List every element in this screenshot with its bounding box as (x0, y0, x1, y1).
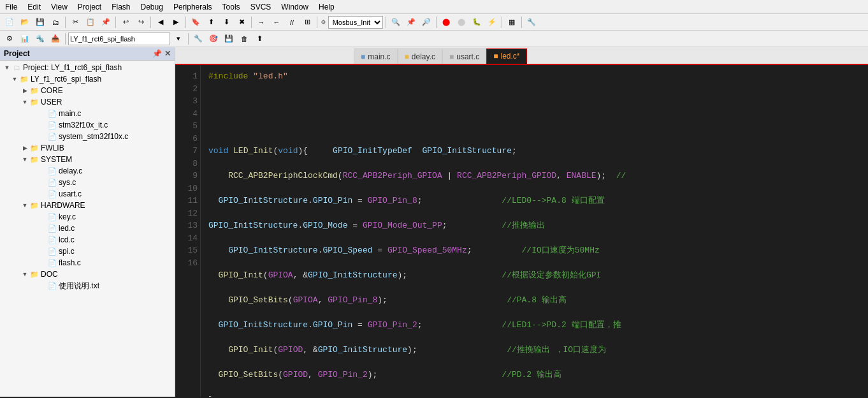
tree-item-root[interactable]: ▼ 📁 LY_f1_rct6_spi_flash (0, 73, 175, 85)
tree-item-key-c[interactable]: 📄 key.c (0, 211, 175, 223)
menu-svcs[interactable]: SVCS (245, 1, 277, 13)
root-label: LY_f1_rct6_spi_flash (31, 75, 101, 84)
menu-window[interactable]: Window (276, 1, 314, 13)
menu-debug[interactable]: Debug (136, 1, 168, 13)
undo-button[interactable]: ↩ (119, 15, 133, 29)
settings-btn[interactable]: 🔧 (524, 15, 539, 29)
outdent-btn[interactable]: ← (270, 15, 284, 29)
menu-view[interactable]: View (46, 1, 73, 13)
tree-item-stm32-c[interactable]: 📄 stm32f10x_it.c (0, 119, 175, 131)
menu-peripherals[interactable]: Peripherals (168, 1, 217, 13)
tb2-load-btn[interactable]: 📥 (48, 32, 62, 46)
editor-section: ■ main.c ■ delay.c ■ usart.c ■ led.c* 1 … (175, 47, 868, 397)
cut-button[interactable]: ✂ (68, 15, 82, 29)
expand-btn[interactable]: ⊞ (300, 15, 314, 29)
ln-15: 15 (178, 244, 198, 257)
tree-item-lcd-c[interactable]: 📄 lcd.c (0, 234, 175, 246)
tabbar: ■ main.c ■ delay.c ■ usart.c ■ led.c* (175, 47, 868, 65)
new-file-button[interactable]: 📄 (3, 15, 17, 29)
function-dropdown[interactable]: Mosbus_Init (328, 16, 383, 29)
tree-item-main-c[interactable]: 📄 main.c (0, 108, 175, 119)
tree-item-doc[interactable]: ▼ 📁 DOC (0, 269, 175, 280)
prev-bookmark-btn[interactable]: ⬆ (204, 15, 218, 29)
tb2-chip-btn[interactable]: 💾 (222, 32, 236, 46)
sidebar-pin-icon[interactable]: 📌 (152, 49, 162, 58)
sidebar-close-icon[interactable]: ✕ (164, 49, 171, 58)
tree-item-spi-c[interactable]: 📄 spi.c (0, 246, 175, 257)
tree-item-led-c[interactable]: 📄 led.c (0, 223, 175, 234)
hardware-expander[interactable]: ▼ (20, 201, 29, 210)
code-ln-2 (208, 95, 860, 108)
save-all-button[interactable]: 🗂 (48, 15, 62, 29)
tree-item-project[interactable]: ▼ 🗂 Project: LY_f1_rct6_spi_flash (0, 62, 175, 73)
toggle-comment-btn[interactable]: // (285, 15, 299, 29)
find-btn[interactable]: 🔍 (389, 15, 403, 29)
doc-expander[interactable]: ▼ (20, 270, 29, 279)
code-ln-9: GPIO_Init(GPIOA, &GPIO_InitStructure); /… (208, 269, 860, 282)
menu-edit[interactable]: Edit (22, 1, 46, 13)
tree-item-sys-c[interactable]: 📄 sys.c (0, 177, 175, 188)
nav-back-button[interactable]: ◀ (154, 15, 168, 29)
build-btn[interactable]: ⬤ (439, 15, 453, 29)
system-grp-icon: 📁 (29, 154, 40, 165)
bookmark-btn[interactable]: 🔖 (189, 15, 203, 29)
tb2-erase-btn[interactable]: 🗑 (237, 32, 251, 46)
fwlib-expander[interactable]: ▶ (20, 144, 29, 152)
user-expander[interactable]: ▼ (20, 98, 29, 107)
menu-file[interactable]: File (0, 1, 22, 13)
tab-delay-c[interactable]: ■ delay.c (398, 48, 442, 64)
fwlib-label: FWLIB (41, 144, 64, 152)
nav-fwd-button[interactable]: ▶ (169, 15, 183, 29)
system-grp-expander[interactable]: ▼ (20, 155, 29, 164)
tb2-btn3[interactable]: 🔩 (33, 32, 47, 46)
paste-button[interactable]: 📌 (99, 15, 113, 29)
menu-project[interactable]: Project (73, 1, 106, 13)
menu-tools[interactable]: Tools (217, 1, 245, 13)
code-editor[interactable]: 1 2 3 4 5 6 7 8 9 10 11 12 13 14 15 16 #… (175, 65, 868, 397)
tree-item-flash-c[interactable]: 📄 flash.c (0, 257, 175, 269)
save-button[interactable]: 💾 (33, 15, 47, 29)
tree-item-system-grp[interactable]: ▼ 📁 SYSTEM (0, 154, 175, 165)
tb2-config-btn[interactable]: 🔧 (191, 32, 205, 46)
window-btn[interactable]: ▦ (505, 15, 519, 29)
open-button[interactable]: 📂 (18, 15, 32, 29)
core-expander[interactable]: ▶ (20, 86, 29, 95)
tb2-dropdown-btn[interactable]: ▾ (171, 32, 185, 46)
flash-btn[interactable]: ⚡ (485, 15, 499, 29)
menu-help[interactable]: Help (314, 1, 340, 13)
tree-item-usart-c[interactable]: 📄 usart.c (0, 188, 175, 200)
code-content[interactable]: #include "led.h" void LED_Init(void){ GP… (201, 65, 868, 397)
tree-item-readme[interactable]: 📄 使用说明.txt (0, 280, 175, 292)
indent-btn[interactable]: → (254, 15, 268, 29)
search2-btn[interactable]: 🔎 (419, 15, 433, 29)
stm32-label: stm32f10x_it.c (59, 121, 108, 129)
project-path-input[interactable] (68, 33, 170, 45)
tree-item-user[interactable]: ▼ 📁 USER (0, 96, 175, 108)
sep1 (65, 17, 66, 28)
tree-item-hardware[interactable]: ▼ 📁 HARDWARE (0, 200, 175, 211)
root-expander[interactable]: ▼ (10, 75, 19, 84)
menu-flash[interactable]: Flash (106, 1, 135, 13)
project-expander[interactable]: ▼ (3, 63, 11, 72)
tree-item-delay-c[interactable]: 📄 delay.c (0, 165, 175, 177)
tree-item-fwlib[interactable]: ▶ 📁 FWLIB (0, 142, 175, 154)
tb2-target-btn[interactable]: 🎯 (206, 32, 221, 46)
clear-bookmark-btn[interactable]: ✖ (235, 15, 249, 29)
stop-btn[interactable]: ⬤ (454, 15, 468, 29)
tree-item-system-c[interactable]: 📄 system_stm32f10x.c (0, 131, 175, 142)
tree-item-core[interactable]: ▶ 📁 CORE (0, 85, 175, 96)
tb2-btn2[interactable]: 📊 (18, 32, 32, 46)
tb2-btn1[interactable]: ⚙ (3, 32, 17, 46)
key-expander (38, 212, 47, 221)
tab-main-c-label: main.c (368, 52, 390, 61)
tb2-prog-btn[interactable]: ⬆ (252, 32, 266, 46)
tab-main-c[interactable]: ■ main.c (354, 48, 398, 64)
project-icon: 🗂 (11, 63, 22, 73)
redo-button[interactable]: ↪ (134, 15, 148, 29)
tab-usart-c[interactable]: ■ usart.c (442, 48, 486, 64)
pin-btn[interactable]: 📌 (404, 15, 418, 29)
next-bookmark-btn[interactable]: ⬇ (219, 15, 233, 29)
debug2-btn[interactable]: 🐛 (470, 15, 484, 29)
copy-button[interactable]: 📋 (83, 15, 98, 29)
tab-led-c[interactable]: ■ led.c* (486, 48, 526, 64)
